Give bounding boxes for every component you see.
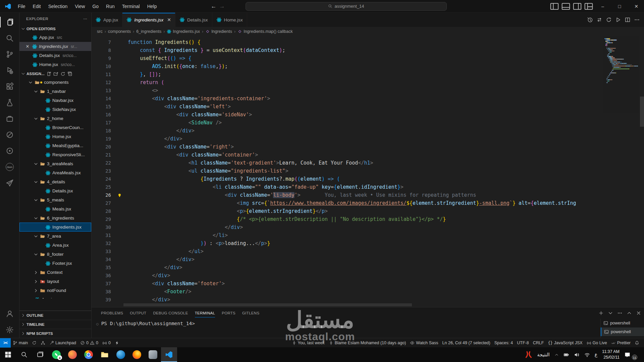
code-line-14[interactable]: 14 <div className='ingredients-container… xyxy=(92,95,644,103)
vertical-scrollbar[interactable] xyxy=(640,97,644,127)
activitybar-docker[interactable] xyxy=(0,111,19,127)
toggle-secondary-sidebar-icon[interactable] xyxy=(572,1,582,11)
section-outline[interactable]: OUTLINE xyxy=(19,311,91,320)
terminal-dropdown-icon[interactable] xyxy=(608,310,613,316)
code-line-26[interactable]: 26 <div className='li-body'> You, last w… xyxy=(92,191,644,199)
statusbar-item[interactable] xyxy=(30,338,39,347)
activitybar-extensions[interactable] xyxy=(0,78,19,95)
more-actions-icon[interactable] xyxy=(634,17,640,23)
statusbar-item-ln-26-col-49-7-selected-[interactable]: Ln 26, Col 49 (7 selected) xyxy=(440,338,492,347)
open-editor-Ingredients.jsx[interactable]: ✕Ingredients.jsxsr... xyxy=(19,42,91,51)
code-line-35[interactable]: 35 </div> xyxy=(92,263,644,272)
code-line-18[interactable]: 18 </div> xyxy=(92,127,644,135)
menu-run[interactable]: Run xyxy=(102,0,118,13)
run-file-icon[interactable] xyxy=(615,17,621,23)
code-line-20[interactable]: 20 <div className='right'> xyxy=(92,143,644,151)
new-folder-icon[interactable] xyxy=(53,71,58,76)
code-line-33[interactable]: 33 </ul> xyxy=(92,247,644,255)
activitybar-testing[interactable] xyxy=(0,95,19,111)
code-line-37[interactable]: 37 <div className='footer'> xyxy=(92,280,644,288)
chrome-icon[interactable] xyxy=(80,347,97,362)
refresh-explorer-icon[interactable] xyxy=(60,71,65,76)
app-blue-icon[interactable] xyxy=(113,347,129,362)
tree-item-Home.jsx[interactable]: Home.jsx xyxy=(19,132,91,141)
tree-item-Footer.jsx[interactable]: Footer.jsx xyxy=(19,259,91,268)
laliga-logo-icon[interactable] xyxy=(525,350,532,359)
taskbar-search-icon[interactable] xyxy=(16,347,32,362)
tree-item-7_area[interactable]: 7_area xyxy=(19,232,91,241)
statusbar-item-go-live[interactable]: Go Live xyxy=(585,338,609,347)
project-section-header[interactable]: ASSIGN... xyxy=(19,70,91,78)
statusbar-item[interactable] xyxy=(113,338,121,347)
code-line-36[interactable]: 36 </div> xyxy=(92,272,644,280)
maximize-button[interactable]: □ xyxy=(612,0,627,13)
open-editors-header[interactable]: OPEN EDITORS xyxy=(19,25,91,33)
vscode-taskbar-icon[interactable] xyxy=(161,347,177,362)
activitybar-search[interactable] xyxy=(0,30,19,46)
statusbar-item-blame-eslam-mohamed-10-d[interactable]: Blame Eslam Mohamed (10 days ago) xyxy=(327,338,408,347)
activitybar-run-debug[interactable] xyxy=(0,62,19,78)
statusbar-item-utf-8[interactable]: UTF-8 xyxy=(515,338,531,347)
timeline-icon[interactable] xyxy=(587,17,593,23)
start-button[interactable] xyxy=(0,347,16,362)
code-line-38[interactable]: 38 <Footer/> xyxy=(92,288,644,296)
new-file-icon[interactable] xyxy=(46,71,51,76)
panel-tab-debug-console[interactable]: DEBUG CONSOLE xyxy=(150,307,191,319)
battery-icon[interactable] xyxy=(564,352,569,358)
open-editor-App.jsx[interactable]: App.jsxsrc xyxy=(19,33,91,42)
minimap[interactable] xyxy=(603,36,639,113)
code-line-11[interactable]: 11 }, []); xyxy=(92,70,644,78)
activitybar-thunder-client[interactable] xyxy=(0,175,19,191)
statusbar-item[interactable] xyxy=(633,338,641,347)
menu-help[interactable]: Help xyxy=(144,0,161,13)
tree-item-Area.jsx[interactable]: Area.jsx xyxy=(19,241,91,250)
tree-item-AreaMeals.jsx[interactable]: AreaMeals.jsx xyxy=(19,168,91,177)
activitybar-quokka[interactable] xyxy=(0,143,19,159)
tray-app-label[interactable]: النتيجة xyxy=(537,352,549,357)
menu-go[interactable]: Go xyxy=(89,0,102,13)
tree-item-BrowserCoun...[interactable]: BrowserCoun... xyxy=(19,123,91,132)
search-input[interactable]: assignment_14 xyxy=(246,2,447,11)
code-line-30[interactable]: 30 </div> xyxy=(92,223,644,231)
tree-item-Navbar.jsx[interactable]: Navbar.jsx xyxy=(19,96,91,105)
panel-tab-output[interactable]: OUTPUT xyxy=(126,307,150,319)
tree-item-Meals.jsx[interactable]: Meals.jsx xyxy=(19,204,91,214)
tree-item-3_areaMeals[interactable]: 3_areaMeals xyxy=(19,159,91,168)
code-editor[interactable]: 7function Ingredients() {8 const { Ingre… xyxy=(92,36,644,307)
nav-back-icon[interactable]: ← xyxy=(211,3,216,10)
tree-item-Context[interactable]: Context xyxy=(19,268,91,277)
tree-item-SideNav.jsx[interactable]: SideNav.jsx xyxy=(19,105,91,114)
maximize-panel-icon[interactable] xyxy=(627,310,632,316)
code-line-28[interactable]: 28 <p>{element.strIngredient}</p> xyxy=(92,207,644,215)
tree-item-8_footer[interactable]: 8_footer xyxy=(19,250,91,259)
minimize-button[interactable]: – xyxy=(595,0,610,13)
breadcrumb-item[interactable]: src xyxy=(97,29,103,34)
code-line-25[interactable]: 25 <li className="" data-aos="fade-up" k… xyxy=(92,183,644,191)
statusbar-item-0[interactable]: 0 xyxy=(100,338,113,347)
collapse-folders-icon[interactable] xyxy=(67,71,72,76)
code-line-32[interactable]: 32 )) : <p>loading...</p>} xyxy=(92,239,644,247)
menu-terminal[interactable]: Terminal xyxy=(118,0,144,13)
code-line-13[interactable]: 13 <> xyxy=(92,86,644,95)
close-icon[interactable]: ✕ xyxy=(25,44,30,49)
code-line-16[interactable]: 16 <div className='sideNav'> xyxy=(92,111,644,119)
open-changes-icon[interactable] xyxy=(596,17,602,23)
tree-item-Ingredients.jsx[interactable]: Ingredients.jsx xyxy=(19,223,91,232)
breadcrumb-item[interactable]: Ingredients.jsx xyxy=(167,29,200,34)
firefox-icon[interactable] xyxy=(129,347,145,362)
code-line-10[interactable]: 10 AOS.init({once: false,}); xyxy=(92,62,644,70)
statusbar-item-crlf[interactable]: CRLF xyxy=(531,338,546,347)
language-indicator[interactable]: ع xyxy=(595,352,597,357)
statusbar-item[interactable] xyxy=(39,338,47,347)
tree-item-App.jsx[interactable]: App.jsx xyxy=(19,295,91,299)
code-line-39[interactable]: 39 </div> xyxy=(92,296,644,304)
clock[interactable]: 11:37 AM 25/02/11 xyxy=(602,349,620,360)
horizontal-scrollbar[interactable] xyxy=(123,303,412,306)
notification-center-icon[interactable] xyxy=(624,352,631,358)
remote-indicator[interactable]: >< xyxy=(0,338,11,348)
statusbar-item-main[interactable]: main xyxy=(11,338,30,347)
panel-more-icon[interactable] xyxy=(617,310,623,316)
toggle-panel-icon[interactable] xyxy=(561,1,571,11)
close-button[interactable]: ✕ xyxy=(629,0,644,13)
breadcrumb-item[interactable]: components xyxy=(108,29,131,34)
